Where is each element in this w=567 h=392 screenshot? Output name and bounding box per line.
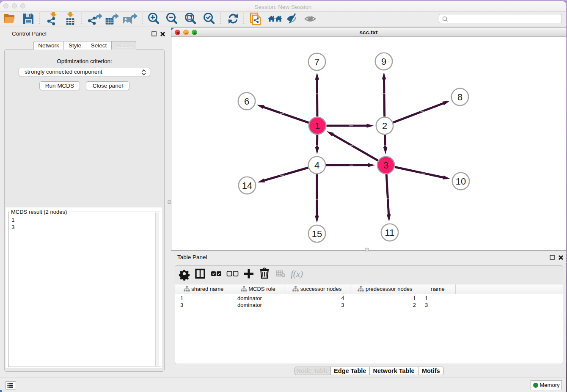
svg-text:8: 8	[457, 92, 462, 102]
svg-text:2: 2	[382, 121, 387, 131]
svg-text:6: 6	[244, 96, 249, 107]
svg-text:f(x): f(x)	[291, 269, 303, 279]
svg-text:15: 15	[312, 229, 322, 239]
svg-text:4: 4	[314, 160, 319, 171]
svg-text:1: 1	[315, 121, 320, 131]
svg-text:9: 9	[381, 56, 386, 67]
svg-text:10: 10	[456, 176, 466, 187]
svg-text:3: 3	[383, 160, 388, 171]
svg-text:14: 14	[242, 180, 252, 191]
svg-text:7: 7	[314, 57, 319, 67]
svg-text:11: 11	[385, 227, 395, 238]
